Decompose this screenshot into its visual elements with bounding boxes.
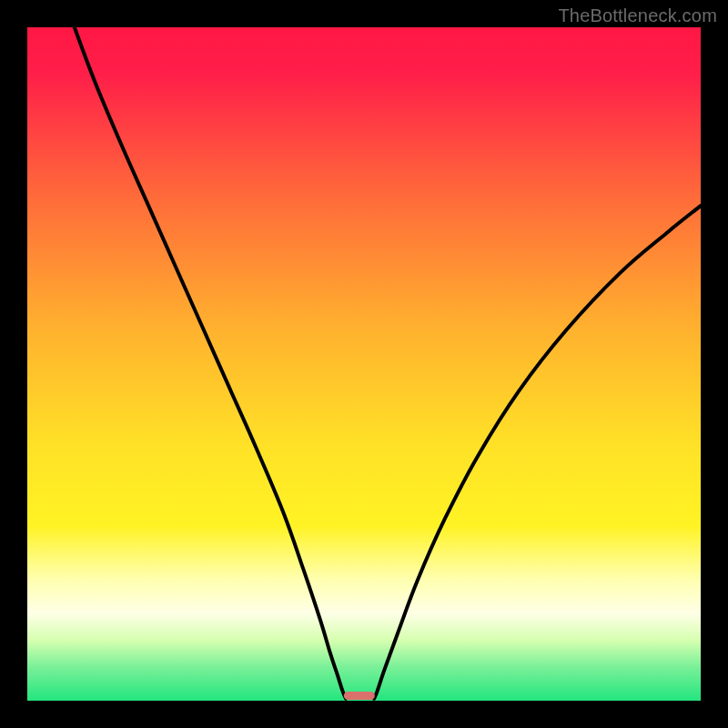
plot-area bbox=[27, 27, 701, 701]
bottleneck-marker bbox=[344, 692, 375, 700]
watermark-text: TheBottleneck.com bbox=[558, 5, 717, 26]
chart-svg bbox=[27, 27, 701, 701]
chart-frame: TheBottleneck.com bbox=[0, 0, 728, 728]
bottleneck-pill bbox=[344, 692, 375, 700]
gradient-background bbox=[27, 27, 701, 701]
